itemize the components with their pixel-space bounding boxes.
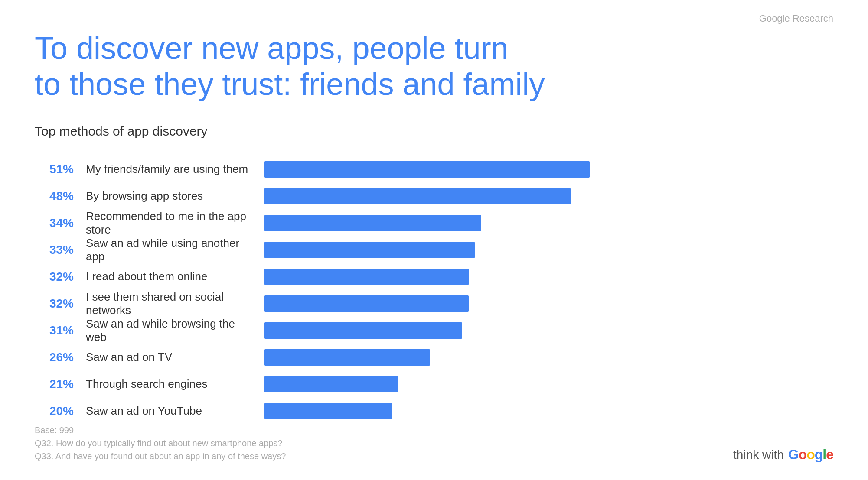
- chart-container: 51%My friends/family are using them48%By…: [35, 156, 833, 425]
- bar-area: [256, 403, 833, 419]
- row-label: Saw an ad on YouTube: [74, 404, 256, 418]
- google-g: G: [788, 447, 799, 463]
- chart-row: 48%By browsing app stores: [35, 183, 833, 210]
- bar-area: [256, 188, 833, 204]
- think-with-text: think with: [733, 448, 784, 462]
- pct-label: 31%: [35, 324, 74, 337]
- google-g2: g: [815, 447, 823, 463]
- bar: [264, 215, 481, 231]
- pct-label: 51%: [35, 162, 74, 176]
- bar: [264, 376, 398, 392]
- pct-label: 32%: [35, 270, 74, 284]
- bar-area: [256, 269, 833, 285]
- footnote-1: Base: 999: [35, 424, 286, 437]
- chart-row: 26%Saw an ad on TV: [35, 344, 833, 371]
- pct-label: 48%: [35, 189, 74, 203]
- bar: [264, 322, 462, 339]
- google-o1: o: [799, 447, 807, 463]
- pct-label: 21%: [35, 377, 74, 391]
- footnotes: Base: 999 Q32. How do you typically find…: [35, 424, 286, 463]
- main-title-line1: To discover new apps, people turn: [35, 31, 509, 65]
- bar: [264, 403, 392, 419]
- think-with-google-logo: think with Google: [733, 447, 833, 463]
- bar-area: [256, 322, 833, 339]
- google-research-label: Google Research: [759, 13, 833, 24]
- row-label: By browsing app stores: [74, 189, 256, 203]
- chart-row: 34%Recommended to me in the app store: [35, 210, 833, 237]
- row-label: My friends/family are using them: [74, 162, 256, 176]
- bar: [264, 269, 469, 285]
- bar-area: [256, 242, 833, 258]
- chart-row: 32%I see them shared on social networks: [35, 290, 833, 317]
- bar-area: [256, 295, 833, 312]
- bar-area: [256, 376, 833, 392]
- pct-label: 20%: [35, 404, 74, 418]
- row-label: Through search engines: [74, 377, 256, 391]
- bar-area: [256, 215, 833, 231]
- google-l: l: [822, 447, 826, 463]
- pct-label: 33%: [35, 243, 74, 257]
- row-label: I read about them online: [74, 270, 256, 283]
- main-title: To discover new apps, people turn to tho…: [35, 30, 833, 102]
- row-label: Saw an ad while using another app: [74, 237, 256, 263]
- footnote-3: Q33. And have you found out about an app…: [35, 450, 286, 463]
- row-label: Saw an ad on TV: [74, 350, 256, 364]
- google-logo: Google: [788, 447, 833, 463]
- page-container: Google Research To discover new apps, pe…: [0, 0, 868, 480]
- footer: Base: 999 Q32. How do you typically find…: [35, 424, 833, 463]
- bar-area: [256, 349, 833, 366]
- bar: [264, 242, 475, 258]
- chart-row: 20%Saw an ad on YouTube: [35, 398, 833, 425]
- chart-row: 31%Saw an ad while browsing the web: [35, 317, 833, 344]
- row-label: I see them shared on social networks: [74, 290, 256, 317]
- chart-row: 33%Saw an ad while using another app: [35, 237, 833, 263]
- footnote-2: Q32. How do you typically find out about…: [35, 437, 286, 450]
- pct-label: 26%: [35, 350, 74, 364]
- chart-subtitle: Top methods of app discovery: [35, 124, 833, 139]
- row-label: Recommended to me in the app store: [74, 210, 256, 237]
- chart-row: 32%I read about them online: [35, 263, 833, 290]
- bar: [264, 161, 590, 178]
- chart-row: 51%My friends/family are using them: [35, 156, 833, 183]
- chart-row: 21%Through search engines: [35, 371, 833, 398]
- main-title-line2: to those they trust: friends and family: [35, 67, 545, 101]
- pct-label: 34%: [35, 216, 74, 230]
- bar: [264, 295, 469, 312]
- pct-label: 32%: [35, 297, 74, 311]
- bar-area: [256, 161, 833, 178]
- google-e: e: [826, 447, 833, 463]
- bar: [264, 349, 430, 366]
- google-o2: o: [806, 447, 815, 463]
- bar: [264, 188, 571, 204]
- row-label: Saw an ad while browsing the web: [74, 317, 256, 344]
